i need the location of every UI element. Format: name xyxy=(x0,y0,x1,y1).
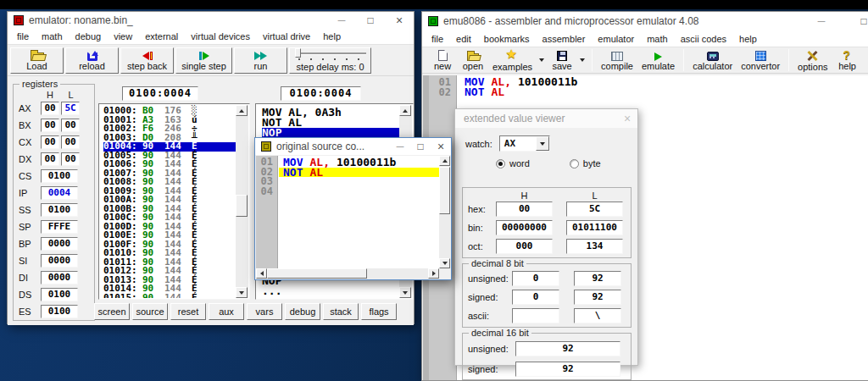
register-value-field[interactable]: 0000 xyxy=(41,237,78,251)
minimize-icon[interactable] xyxy=(807,12,836,30)
close-icon[interactable] xyxy=(385,12,414,29)
save-button[interactable]: save xyxy=(547,48,577,73)
watch-select[interactable]: AX xyxy=(499,135,550,152)
chevron-down-icon[interactable] xyxy=(536,136,549,151)
step-delay-slider[interactable] xyxy=(293,48,368,62)
help-button[interactable]: help xyxy=(832,48,863,73)
high-value-field[interactable]: 0 xyxy=(512,290,559,305)
low-value-field[interactable]: 92 xyxy=(574,271,621,286)
high-value-field[interactable]: 000 xyxy=(496,239,553,254)
source-line[interactable]: NOTAL xyxy=(279,168,439,178)
high-value-field[interactable] xyxy=(512,308,559,323)
low-value-field[interactable]: \ xyxy=(574,308,621,323)
source-code-area[interactable]: MOVAL,10100011b NOTAL xyxy=(279,156,439,268)
compile-button[interactable]: compile xyxy=(597,48,637,73)
close-icon[interactable] xyxy=(617,109,637,128)
source-horizontal-scrollbar[interactable] xyxy=(256,268,439,279)
panel-button[interactable]: screen xyxy=(94,303,130,320)
register-low-field[interactable]: 00 xyxy=(61,119,80,132)
run-button[interactable]: run xyxy=(234,47,287,74)
panel-button[interactable]: aux xyxy=(209,303,244,320)
scroll-up-icon[interactable] xyxy=(236,105,248,116)
examples-dropdown-icon[interactable] xyxy=(537,58,547,62)
byte-radio[interactable] xyxy=(570,159,579,168)
low-value-field[interactable]: 134 xyxy=(566,239,623,254)
open-button[interactable]: open xyxy=(458,48,488,73)
high-value-field[interactable]: 0 xyxy=(512,271,559,286)
panel-button[interactable]: debug xyxy=(285,303,320,320)
low-value-field[interactable]: 92 xyxy=(574,290,621,305)
scroll-down-icon[interactable] xyxy=(399,287,411,298)
scroll-up-icon[interactable] xyxy=(439,156,450,166)
minimize-icon[interactable] xyxy=(327,12,356,29)
menu-item[interactable]: help xyxy=(739,34,757,44)
minimize-icon[interactable] xyxy=(390,138,410,155)
slider-thumb[interactable] xyxy=(295,48,301,58)
menu-item[interactable]: virtual devices xyxy=(191,31,250,41)
menu-item[interactable]: bookmarks xyxy=(484,34,530,44)
memory-row[interactable]: 01015: 90 144 É xyxy=(103,294,236,299)
menu-item[interactable]: virtual drive xyxy=(263,31,310,41)
close-icon[interactable] xyxy=(431,138,451,155)
word-radio[interactable] xyxy=(496,159,505,168)
register-value-field[interactable]: 0100 xyxy=(41,305,78,318)
scroll-right-icon[interactable] xyxy=(428,268,439,279)
memory-scrollbar[interactable] xyxy=(236,105,248,298)
disassembly-address-field[interactable]: 0100:0004 xyxy=(281,86,361,101)
register-low-field[interactable]: 00 xyxy=(61,135,80,149)
menu-item[interactable]: help xyxy=(323,31,341,41)
memory-address-field[interactable]: 0100:0004 xyxy=(122,86,198,101)
menu-item[interactable]: emulator xyxy=(598,34,634,44)
menu-item[interactable]: view xyxy=(114,31,132,41)
register-high-field[interactable]: 00 xyxy=(41,135,59,149)
save-dropdown-icon[interactable] xyxy=(577,58,587,62)
register-value-field[interactable]: 0000 xyxy=(41,254,78,268)
panel-button[interactable]: stack xyxy=(323,303,359,320)
examples-button[interactable]: examples xyxy=(488,48,537,73)
high-value-field[interactable]: 00 xyxy=(496,202,553,217)
register-value-field[interactable]: 0100 xyxy=(41,169,78,183)
register-value-field[interactable]: 0100 xyxy=(41,288,78,301)
register-high-field[interactable]: 00 xyxy=(41,102,59,115)
menu-item[interactable]: file xyxy=(431,34,443,44)
new-button[interactable]: new xyxy=(427,48,458,73)
code-line[interactable]: NOTAL xyxy=(465,87,868,97)
calculator-button[interactable]: calculator xyxy=(688,48,737,73)
menu-item[interactable]: math xyxy=(647,34,667,44)
scroll-thumb[interactable] xyxy=(267,268,367,279)
panel-button[interactable]: reset xyxy=(170,303,206,320)
value-field[interactable]: 92 xyxy=(515,362,620,377)
register-low-field[interactable]: 00 xyxy=(61,152,80,166)
options-button[interactable]: options xyxy=(793,48,832,73)
menu-item[interactable]: file xyxy=(17,31,29,41)
reload-button[interactable]: reload xyxy=(65,47,119,74)
disassembly-row[interactable]: ... xyxy=(262,286,281,296)
register-value-field[interactable]: 0004 xyxy=(41,186,78,200)
panel-button[interactable]: source xyxy=(132,303,168,320)
step-back-button[interactable]: step back xyxy=(120,47,174,74)
source-line[interactable]: MOVAL,10100011b xyxy=(279,157,439,168)
scroll-thumb[interactable] xyxy=(236,195,248,217)
register-value-field[interactable]: 0000 xyxy=(41,271,78,284)
value-field[interactable]: 92 xyxy=(515,341,620,356)
low-value-field[interactable]: 01011100 xyxy=(566,220,623,235)
register-high-field[interactable]: 00 xyxy=(41,152,59,166)
low-value-field[interactable]: 5C xyxy=(566,202,623,217)
emulate-button[interactable]: emulate xyxy=(637,48,679,73)
panel-button[interactable]: vars xyxy=(247,303,282,320)
scroll-down-icon[interactable] xyxy=(236,287,248,298)
scroll-down-icon[interactable] xyxy=(439,258,450,268)
register-value-field[interactable]: FFFE xyxy=(41,220,78,234)
menu-item[interactable]: assembler xyxy=(542,34,586,44)
menu-item[interactable]: ascii codes xyxy=(681,34,726,44)
convertor-button[interactable]: convertor xyxy=(737,48,784,73)
menu-item[interactable]: edit xyxy=(456,34,471,44)
menu-item[interactable]: external xyxy=(145,31,178,41)
high-value-field[interactable]: 00000000 xyxy=(496,220,553,235)
maximize-icon[interactable] xyxy=(849,12,868,30)
maximize-icon[interactable] xyxy=(356,12,385,29)
source-vertical-scrollbar[interactable] xyxy=(439,156,450,268)
maximize-icon[interactable] xyxy=(410,138,431,155)
load-button[interactable]: Load xyxy=(10,47,64,74)
register-high-field[interactable]: 00 xyxy=(41,119,59,132)
